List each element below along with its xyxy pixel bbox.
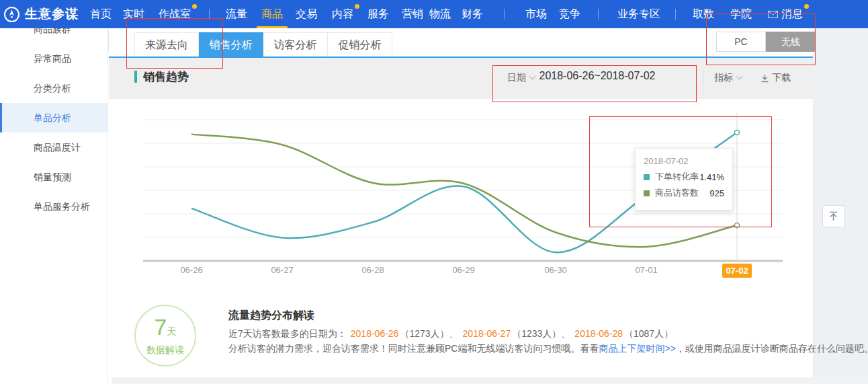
nav-divider — [504, 9, 505, 20]
tooltip-row: 下单转化率 1.41% — [644, 171, 724, 183]
filter-divider — [703, 71, 703, 85]
top-date: 2018-06-26 — [351, 328, 399, 339]
top-date: 2018-06-27 — [463, 328, 511, 339]
nav-item-competition[interactable]: 竞争 — [559, 0, 580, 28]
nav-item-war-room[interactable]: 作战室 — [159, 0, 191, 28]
tab-source-destination[interactable]: 来源去向 — [134, 32, 199, 56]
nav-item-business-zone[interactable]: 业务专区 — [617, 0, 660, 28]
insight-top-dates-line: 近7天访客数最多的日期为：2018-06-26（1273人）、2018-06-2… — [228, 328, 673, 340]
nav-item-market[interactable]: 市场 — [525, 0, 547, 28]
sidebar-item-goods-group[interactable]: 商品族群 — [0, 28, 108, 44]
nav-item-home[interactable]: 首页 — [90, 0, 112, 28]
tooltip-series-label: 商品访客数 — [655, 187, 699, 199]
nav-item-data-fetch[interactable]: 取数 — [693, 0, 714, 28]
series-color-swatch — [644, 190, 650, 196]
back-to-top-button[interactable] — [822, 205, 844, 227]
nav-item-trade[interactable]: 交易 — [296, 0, 317, 28]
app-logo[interactable]: 生意参谋 — [3, 0, 79, 28]
badge-caption: 数据解读 — [136, 344, 195, 356]
compass-logo-icon — [3, 6, 20, 23]
nav-divider — [598, 9, 599, 20]
x-axis-label: 06-29 — [445, 265, 482, 275]
sycm-app: 生意参谋 首页 实时 作战室 流量 商品 交易 内容 服务 营销 物流 财务 市… — [0, 0, 868, 384]
download-button[interactable]: 下载 — [761, 72, 791, 84]
notification-dot — [192, 4, 197, 9]
download-icon — [761, 74, 769, 83]
badge-unit: 天 — [167, 326, 176, 337]
notification-dot — [355, 4, 359, 9]
indicator-dropdown[interactable]: 指标 — [714, 72, 742, 84]
series-color-swatch — [644, 174, 650, 180]
sidebar-item-single-item-analysis[interactable]: 单品分析 — [0, 103, 108, 132]
nav-divider — [675, 9, 676, 20]
nav-divider — [209, 9, 210, 20]
nav-item-marketing[interactable]: 营销 — [402, 0, 423, 28]
tooltip-row: 商品访客数 925 — [644, 187, 724, 199]
tab-visitor-analysis[interactable]: 访客分析 — [263, 32, 328, 56]
insight-advice-line: 分析访客的潜力需求，迎合访客需求！同时注意兼顾PC端和无线端访客访问习惯哦。看看… — [228, 343, 868, 355]
sidebar-item-single-item-service[interactable]: 单品服务分析 — [0, 192, 108, 221]
x-axis-label: 06-27 — [263, 265, 301, 275]
shelf-time-link[interactable]: 商品上下架时间>> — [599, 343, 675, 354]
tab-sales-analysis[interactable]: 销售分析 — [199, 32, 263, 56]
sidebar-item-goods-thermometer[interactable]: 商品温度计 — [0, 132, 108, 162]
x-axis-label: 06-30 — [537, 265, 574, 275]
nav-item-academy[interactable]: 学院 — [730, 0, 752, 28]
insight-days-badge: 7天 数据解读 — [134, 305, 196, 367]
toggle-pc-button[interactable]: PC — [716, 32, 766, 52]
toggle-wireless-button[interactable]: 无线 — [766, 32, 816, 52]
nav-item-service[interactable]: 服务 — [367, 0, 389, 28]
below-fold-strip — [112, 377, 868, 384]
nav-item-content[interactable]: 内容 — [332, 0, 353, 28]
insight-title: 流量趋势分布解读 — [228, 309, 314, 323]
tab-promotion-analysis[interactable]: 促销分析 — [328, 32, 392, 56]
sub-tabbar: 来源去向 销售分析 访客分析 促销分析 PC 无线 — [109, 28, 813, 58]
x-axis-label: 06-28 — [354, 265, 392, 275]
tooltip-series-label: 下单转化率 — [655, 171, 699, 183]
nav-item-logistics[interactable]: 物流 — [429, 0, 451, 28]
top-navbar: 生意参谋 首页 实时 作战室 流量 商品 交易 内容 服务 营销 物流 财务 市… — [0, 0, 868, 28]
chevron-down-icon — [529, 73, 536, 80]
date-filter-dropdown[interactable]: 日期 — [507, 72, 535, 84]
tooltip-series-value: 1.41% — [699, 172, 724, 182]
panel-header-band — [109, 58, 813, 99]
nav-item-traffic[interactable]: 流量 — [226, 0, 247, 28]
date-range-value[interactable]: 2018-06-26~2018-07-02 — [537, 70, 657, 82]
x-axis-label-highlighted: 07-02 — [722, 264, 752, 278]
nav-item-goods[interactable]: 商品 — [261, 0, 283, 28]
nav-item-realtime[interactable]: 实时 — [123, 0, 144, 28]
badge-number: 7 — [155, 314, 167, 340]
x-axis-label: 06-26 — [173, 265, 210, 275]
nav-item-messages[interactable]: 消息 — [768, 0, 803, 28]
sidebar-item-sales-forecast[interactable]: 销量预测 — [0, 162, 108, 192]
envelope-icon — [768, 11, 778, 18]
tooltip-series-value: 925 — [709, 188, 724, 198]
tooltip-date: 2018-07-02 — [644, 156, 724, 166]
sidebar-menu: 商品族群 异常商品 分类分析 单品分析 商品温度计 销量预测 单品服务分析 — [0, 28, 108, 384]
analysis-tabs: 来源去向 销售分析 访客分析 促销分析 — [134, 32, 392, 56]
x-axis-label: 07-01 — [627, 265, 665, 275]
sidebar-item-abnormal-goods[interactable]: 异常商品 — [0, 44, 108, 73]
title-marker — [134, 71, 137, 83]
arrow-up-to-line-icon — [828, 210, 839, 222]
brand-name: 生意参谋 — [25, 5, 79, 23]
chevron-down-icon — [736, 73, 743, 80]
sidebar-item-category-analysis[interactable]: 分类分析 — [0, 73, 108, 103]
notification-dot — [804, 4, 809, 9]
device-toggle: PC 无线 — [716, 32, 816, 52]
nav-item-finance[interactable]: 财务 — [462, 0, 483, 28]
chart-tooltip: 2018-07-02 下单转化率 1.41% 商品访客数 925 — [635, 148, 733, 210]
top-date: 2018-06-28 — [574, 328, 623, 339]
panel-title: 销售趋势 — [143, 69, 189, 85]
